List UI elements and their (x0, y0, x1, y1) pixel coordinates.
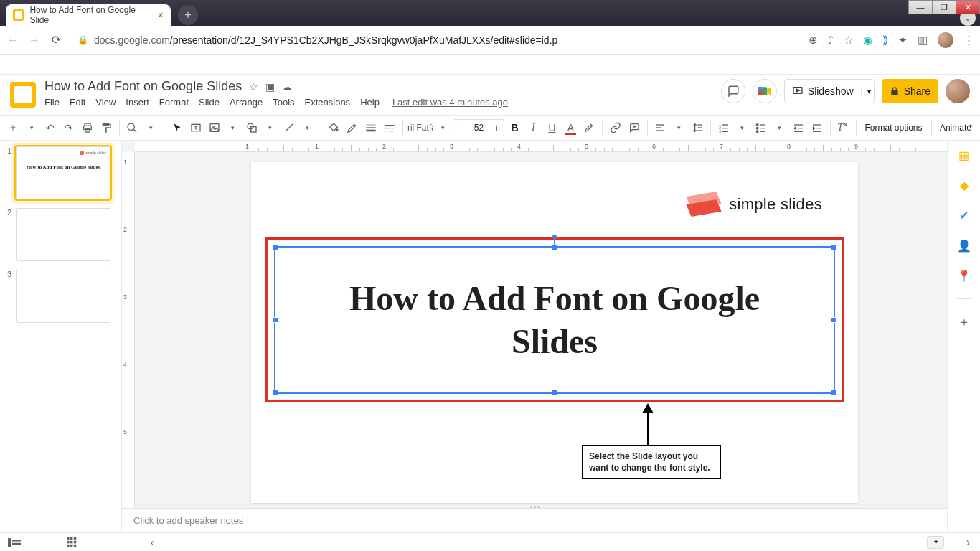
insert-link-button[interactable] (607, 118, 624, 137)
shape-dropdown[interactable]: ▾ (262, 118, 279, 137)
menu-extensions[interactable]: Extensions (305, 97, 351, 108)
add-addon-icon[interactable]: ＋ (957, 315, 971, 329)
text-color-button[interactable]: A (562, 118, 579, 137)
fill-color-button[interactable] (325, 118, 342, 137)
new-slide-dropdown[interactable]: ▾ (23, 118, 40, 137)
menu-format[interactable]: Format (159, 97, 189, 108)
star-outline-icon[interactable]: ☆ (249, 81, 258, 93)
sidepanel-collapse-icon[interactable]: › (966, 536, 970, 549)
browser-tab-active[interactable]: How to Add Font on Google Slide × (6, 4, 171, 26)
slide-canvas[interactable]: simple slides How to Add Font on Google … (251, 162, 858, 503)
font-family-dropdown[interactable]: ▾ (434, 118, 451, 137)
share-page-icon[interactable]: ⤴ (828, 34, 834, 46)
image-dropdown[interactable]: ▾ (225, 118, 242, 137)
tab-close-button[interactable]: × (158, 9, 164, 21)
keep-icon[interactable]: ◆ (957, 178, 971, 192)
font-size-value[interactable]: 52 (468, 120, 489, 136)
nav-reload-button[interactable]: ⟳ (49, 33, 63, 47)
speaker-notes-area[interactable]: Click to add speaker notes (122, 508, 947, 532)
font-family-select[interactable]: Abril Fatfa... (407, 118, 433, 137)
account-avatar[interactable] (946, 79, 970, 103)
border-color-button[interactable] (344, 118, 361, 137)
slide-thumbnail-2[interactable] (16, 208, 110, 261)
nav-forward-button[interactable]: → (27, 34, 42, 47)
menu-insert[interactable]: Insert (126, 97, 149, 108)
extension-grammarly-icon[interactable]: ◉ (863, 34, 872, 47)
explore-button[interactable]: ✦ (927, 536, 944, 549)
shape-tool-button[interactable] (243, 118, 260, 137)
selected-textbox[interactable]: How to Add Font on Google Slides (274, 246, 835, 394)
menu-edit[interactable]: Edit (70, 97, 85, 108)
extensions-puzzle-icon[interactable]: ✦ (898, 34, 908, 47)
menu-file[interactable]: File (44, 97, 60, 108)
bookmark-star-icon[interactable]: ☆ (844, 34, 853, 47)
window-minimize-button[interactable]: — (908, 0, 933, 14)
window-maximize-button[interactable]: ❐ (932, 0, 956, 14)
bulleted-list-button[interactable] (753, 118, 770, 137)
menu-arrange[interactable]: Arrange (230, 97, 263, 108)
slideshow-dropdown[interactable]: ▾ (861, 88, 871, 95)
url-field[interactable]: 🔒 docs.google.com/presentation/d/12J_S4Y… (70, 30, 801, 50)
indent-decrease-button[interactable] (790, 118, 807, 137)
slide-thumbnail-1[interactable]: simple slides How to Add Font on Google … (16, 146, 110, 199)
indent-increase-button[interactable] (809, 118, 826, 137)
filmstrip-view-button[interactable] (7, 537, 22, 548)
menu-tools[interactable]: Tools (273, 97, 294, 108)
font-size-increase[interactable]: + (489, 122, 504, 133)
undo-button[interactable]: ↶ (42, 118, 59, 137)
select-tool-button[interactable] (169, 118, 186, 137)
toolbar-collapse-icon[interactable]: ⌃ (967, 123, 974, 133)
zoom-dropdown[interactable]: ▾ (142, 118, 159, 137)
slides-logo-icon[interactable] (10, 82, 36, 108)
slide-title-text[interactable]: How to Add Font on Google Slides (275, 248, 834, 392)
tasks-icon[interactable]: ✔ (957, 208, 971, 222)
new-slide-button[interactable]: ＋ (4, 118, 22, 137)
zoom-button[interactable] (123, 118, 141, 137)
insert-comment-button[interactable] (626, 118, 643, 137)
cloud-saved-icon[interactable]: ☁ (282, 81, 292, 93)
bulleted-list-dropdown[interactable]: ▾ (771, 118, 788, 137)
textbox-tool-button[interactable] (187, 118, 204, 137)
align-dropdown[interactable]: ▾ (670, 118, 687, 137)
image-tool-button[interactable] (206, 118, 223, 137)
zoom-icon[interactable]: ⊕ (809, 34, 818, 47)
italic-button[interactable]: I (524, 118, 542, 137)
side-panel-icon[interactable]: ▥ (918, 34, 928, 47)
chrome-menu-icon[interactable]: ⋮ (963, 34, 974, 47)
redo-button[interactable]: ↷ (60, 118, 77, 137)
nav-back-button[interactable]: ← (6, 34, 20, 47)
numbered-list-button[interactable]: 123 (715, 118, 732, 137)
font-size-decrease[interactable]: − (453, 122, 468, 133)
bold-button[interactable]: B (506, 118, 523, 137)
last-edit-link[interactable]: Last edit was 4 minutes ago (392, 97, 508, 108)
comments-button[interactable] (721, 79, 745, 103)
align-button[interactable] (651, 118, 669, 137)
maps-icon[interactable]: 📍 (957, 268, 971, 283)
menu-view[interactable]: View (95, 97, 116, 108)
filmstrip-collapse-icon[interactable]: ‹ (151, 537, 154, 548)
line-tool-button[interactable] (281, 118, 298, 137)
border-weight-button[interactable] (362, 118, 380, 137)
highlight-color-button[interactable] (580, 118, 598, 137)
calendar-icon[interactable]: ▦ (957, 148, 971, 162)
canvas-area[interactable]: 1123456789 12345 simple slides How (122, 141, 947, 532)
menu-slide[interactable]: Slide (199, 97, 220, 108)
format-options-button[interactable]: Format options (860, 123, 926, 133)
rotation-handle[interactable] (552, 235, 557, 239)
slide-thumbnail-3[interactable] (16, 270, 110, 323)
border-dash-button[interactable] (381, 118, 398, 137)
numbered-list-dropdown[interactable]: ▾ (734, 118, 751, 137)
notes-resize-handle[interactable] (520, 506, 549, 510)
line-spacing-button[interactable] (689, 118, 706, 137)
clear-formatting-button[interactable]: T✕ (834, 118, 852, 137)
profile-avatar-icon[interactable] (938, 32, 953, 48)
line-dropdown[interactable]: ▾ (299, 118, 316, 137)
slideshow-button[interactable]: Slideshow ▾ (784, 79, 875, 103)
underline-button[interactable]: U (543, 118, 560, 137)
move-to-folder-icon[interactable]: ▣ (265, 81, 275, 93)
contacts-icon[interactable]: 👤 (957, 238, 971, 253)
document-title[interactable]: How to Add Font on Google Slides (44, 79, 242, 94)
meet-button[interactable] (753, 79, 777, 103)
cast-icon[interactable]: ⟫ (882, 34, 888, 47)
window-close-button[interactable]: ✕ (956, 0, 980, 14)
